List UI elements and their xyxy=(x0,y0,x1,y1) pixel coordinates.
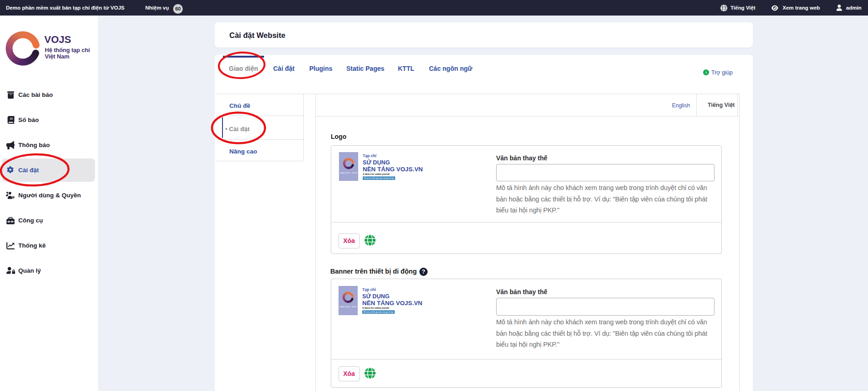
svg-text:Hỗ trợ tùy chỉnh giao diện của: Hỗ trợ tùy chỉnh giao diện của tạp chí b… xyxy=(364,177,394,180)
svg-text:ISSN XXXX - XXXX: ISSN XXXX - XXXX xyxy=(340,172,357,174)
svg-text:A demo for online journal: A demo for online journal xyxy=(363,172,390,175)
svg-text:Hỗ trợ tùy chỉnh giao diện của: Hỗ trợ tùy chỉnh giao diện của tạp chí b… xyxy=(364,311,394,313)
svg-text:SỬ DỤNG: SỬ DỤNG xyxy=(362,293,390,300)
svg-text:NỀN TẢNG VOJS.VN: NỀN TẢNG VOJS.VN xyxy=(362,300,423,306)
svg-text:NỀN TẢNG VOJS.VN: NỀN TẢNG VOJS.VN xyxy=(363,166,423,173)
svg-text:Tạp chí: Tạp chí xyxy=(363,153,376,158)
svg-text:ISSN XXXX - XXXX: ISSN XXXX - XXXX xyxy=(339,306,357,308)
svg-text:Tạp chí: Tạp chí xyxy=(362,287,376,292)
svg-text:A demo for online journal: A demo for online journal xyxy=(362,306,389,309)
svg-text:SỬ DỤNG: SỬ DỤNG xyxy=(363,159,390,166)
